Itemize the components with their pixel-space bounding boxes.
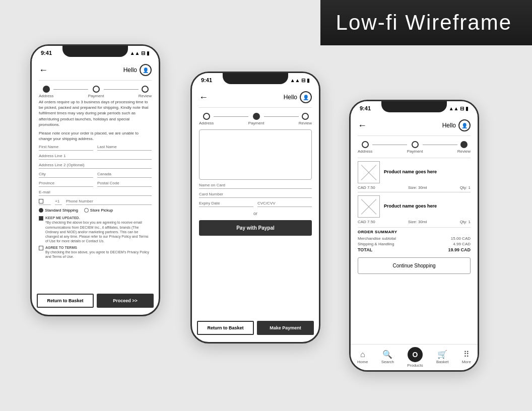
address1-field[interactable]: Address Line 1 xyxy=(39,154,152,160)
nav-basket[interactable]: 🛒 Basket xyxy=(436,351,448,364)
step-label-review-3: Review xyxy=(457,149,471,154)
first-name-field[interactable]: First Name xyxy=(39,145,93,151)
product-details-2: Product name goes here xyxy=(384,203,471,210)
product-meta-2: CAD 7.50 Size: 30ml Qty: 1 xyxy=(358,220,471,224)
step-address-3: Address xyxy=(358,141,372,154)
phone-number-field[interactable]: Phone Number xyxy=(66,199,152,205)
card-number-field[interactable]: Card Number xyxy=(199,192,312,198)
divider-1 xyxy=(39,80,152,81)
step-line-2a xyxy=(214,116,248,117)
phone1-content: ← Hello 👤 Address Payment Review xyxy=(32,60,159,315)
progress-steps-1: Address Payment Review xyxy=(39,84,152,99)
step-circle-review-1 xyxy=(142,86,149,93)
products-icon: O xyxy=(408,347,423,362)
phone-row: +1 Phone Number xyxy=(39,199,152,205)
step-line-1b xyxy=(104,89,138,90)
merchandise-row: Merchandise subtotal 15.00 CAD xyxy=(358,236,471,241)
phone-notch-2 xyxy=(223,73,288,84)
city-country-row: City Canada xyxy=(39,172,152,178)
step-payment-2: Payment xyxy=(248,113,264,125)
store-pickup-label: Store Pickup xyxy=(90,208,113,213)
standard-shipping-radio[interactable] xyxy=(39,208,43,213)
step-label-payment-3: Payment xyxy=(407,149,423,154)
province-field[interactable]: Province xyxy=(39,181,93,187)
product-row-1: Product name goes here xyxy=(358,161,471,183)
total-label: TOTAL xyxy=(358,247,372,252)
phone-payment: 9:41 ▲▲ ⊟ ▮ ← Hello 👤 Address Payment xyxy=(190,72,320,344)
keep-updated-title: KEEP ME UPDATED. xyxy=(45,216,80,220)
status-time-1: 9:41 xyxy=(41,50,52,56)
standard-shipping-option[interactable]: Standard Shipping xyxy=(39,208,78,213)
continue-shopping-button[interactable]: Continue Shopping xyxy=(358,257,471,274)
step-circle-payment-2 xyxy=(253,113,260,120)
nav-more[interactable]: ⠿ More xyxy=(462,351,471,364)
product-price-1: CAD 7.50 xyxy=(358,185,375,190)
step-address-2: Address xyxy=(199,113,214,125)
nav-products[interactable]: O Products xyxy=(407,347,423,368)
phone-checkbox[interactable] xyxy=(39,199,51,205)
city-field[interactable]: City xyxy=(39,172,93,178)
agree-terms-title: AGREE TO TERMS xyxy=(45,246,77,249)
agree-terms-text: AGREE TO TERMS By checking the box above… xyxy=(45,245,152,259)
product-details-1: Product name goes here xyxy=(384,169,471,175)
keep-updated-checkbox[interactable] xyxy=(39,216,43,221)
product-name-1: Product name goes here xyxy=(384,169,471,175)
step-circle-payment-1 xyxy=(93,86,100,93)
bottom-nav: ⌂ Home 🔍 Search O Products 🛒 Basket ⠿ Mo… xyxy=(351,344,478,370)
cvc-field[interactable]: CVC/CVV xyxy=(257,201,312,207)
step-circle-address-2 xyxy=(203,113,210,120)
shipping-options: Standard Shipping Store Pickup xyxy=(39,208,152,213)
back-arrow-2[interactable]: ← xyxy=(199,92,208,103)
store-pickup-option[interactable]: Store Pickup xyxy=(84,208,113,213)
expiry-cvc-row: Expiry Date CVC/CVV xyxy=(199,201,312,207)
email-field[interactable]: E-mail xyxy=(39,190,152,196)
expiry-field[interactable]: Expiry Date xyxy=(199,201,253,207)
phone-notch-1 xyxy=(62,46,128,57)
address2-field[interactable]: Address Line 2 (Optional) xyxy=(39,163,152,169)
back-arrow-1[interactable]: ← xyxy=(39,65,48,76)
phone1-nav: ← Hello 👤 xyxy=(39,62,152,79)
back-arrow-3[interactable]: ← xyxy=(358,120,367,131)
keep-updated-desc: *By checking the above box you are agree… xyxy=(45,221,149,242)
step-review-2: Review xyxy=(299,113,312,125)
review-divider xyxy=(358,158,471,158)
proceed-button[interactable]: Proceed >> xyxy=(97,294,154,308)
name-on-card-field[interactable]: Name on Card xyxy=(199,183,312,189)
keep-updated-text: KEEP ME UPDATED. *By checking the above … xyxy=(45,216,152,243)
total-row: TOTAL 19.99 CAD xyxy=(358,247,471,252)
avatar-1: 👤 xyxy=(140,64,152,76)
progress-steps-3: Address Payment Review xyxy=(358,139,471,155)
status-icons-2: ▲▲ ⊟ ▮ xyxy=(290,78,310,83)
product-qty-1: Qty: 1 xyxy=(460,185,471,190)
phone-code: +1 xyxy=(55,199,62,205)
product-size-1: Size: 30ml xyxy=(408,185,427,190)
hello-user-3: Hello 👤 xyxy=(442,119,471,131)
step-circle-review-2 xyxy=(302,113,309,120)
product-divider xyxy=(358,192,471,192)
step-line-2b xyxy=(264,116,298,117)
nav-home[interactable]: ⌂ Home xyxy=(357,351,368,364)
phone-review: 9:41 ▲▲ ⊟ ▮ ← Hello 👤 Address Payment xyxy=(349,100,479,372)
hello-label-2: Hello xyxy=(284,94,297,101)
nav-products-label: Products xyxy=(407,363,423,368)
more-icon: ⠿ xyxy=(463,351,470,359)
step-line-3b xyxy=(423,145,457,145)
shipping-row-summary: Shipping & Handling 4.99 CAD xyxy=(358,242,471,246)
country-field[interactable]: Canada xyxy=(97,172,152,178)
hello-label-3: Hello xyxy=(442,122,456,129)
step-address-1: Address xyxy=(39,86,53,98)
postal-field[interactable]: Postal Code xyxy=(97,181,152,187)
nav-search[interactable]: 🔍 Search xyxy=(381,351,394,364)
total-value: 19.99 CAD xyxy=(448,247,471,252)
return-basket-button-1[interactable]: Return to Basket xyxy=(37,294,94,308)
agree-terms-checkbox[interactable] xyxy=(39,246,43,250)
nav-home-label: Home xyxy=(357,360,368,364)
store-pickup-radio[interactable] xyxy=(84,208,89,213)
last-name-field[interactable]: Last Name xyxy=(97,145,152,151)
return-basket-button-2[interactable]: Return to Basket xyxy=(197,321,254,335)
order-summary-title: ORDER SUMMARY xyxy=(358,230,471,234)
page-title: Low-fi Wireframe xyxy=(336,11,512,35)
avatar-3: 👤 xyxy=(458,119,471,131)
paypal-button[interactable]: Pay with Paypal xyxy=(199,220,312,236)
make-payment-button[interactable]: Make Payment xyxy=(257,321,314,335)
